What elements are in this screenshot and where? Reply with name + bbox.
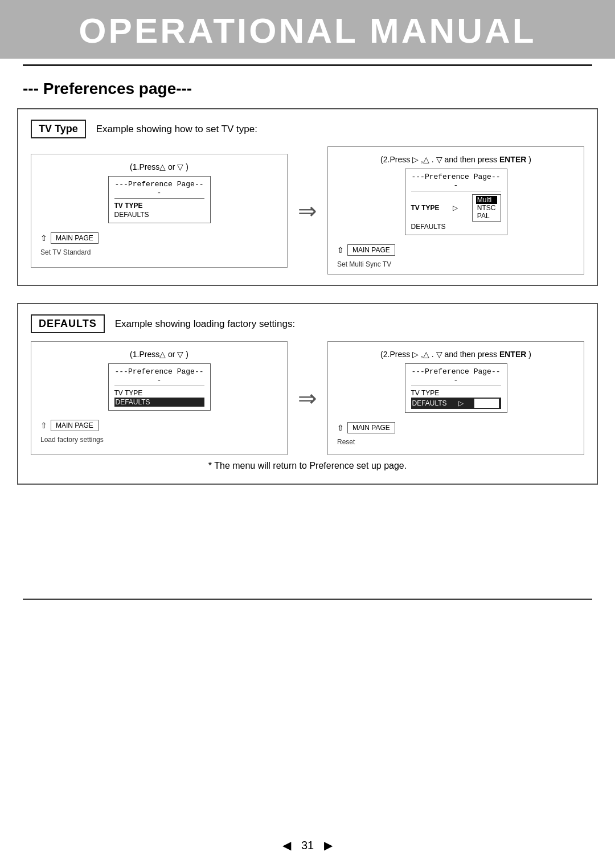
tv-type-left-screen: ---Preference Page--- TV TYPE DEFAULTS [108,176,211,223]
defaults-right-row1: TV TYPE [411,388,501,398]
tv-type-example-cols: (1.Press△ or ▽ ) ---Preference Page--- T… [31,146,584,275]
defaults-right-press-label: (2.Press ▷ ,△ . ▽ and then press ENTER ) [337,350,575,359]
defaults-right-screen: ---Preference Page--- TV TYPE DEFAULTS ▷… [405,363,507,413]
page-divider [23,599,592,600]
defaults-label-box: DEFAULTS [31,314,105,333]
defaults-left-screen-title: ---Preference Page--- [114,367,204,386]
tv-type-right-caption: Set Multi Sync TV [337,260,575,268]
header: OPERATIONAL MANUAL [0,0,615,59]
defaults-desc: Example showing loading factory settings… [115,318,296,330]
section-heading: --- Preferences page--- [23,80,592,98]
defaults-reset-box: Reset [474,398,499,408]
tv-type-menu-options: Multi NTSC PAL [472,194,501,222]
defaults-footnote: * The menu will return to Preference set… [31,461,584,471]
tv-type-right-row1: TV TYPE ▷ Multi NTSC PAL [411,194,501,222]
tv-type-left-row2: DEFAULTS [114,210,204,219]
tv-type-right-row2: DEFAULTS [411,222,501,231]
defaults-left-press-label: (1.Press△ or ▽ ) [40,350,278,359]
menu-opt-pal: PAL [476,212,497,220]
defaults-right-mainpage-row: ⇧ MAIN PAGE [337,422,575,433]
tv-type-right-press-label: (2.Press ▷ ,△ . ▽ and then press ENTER ) [337,155,575,164]
home-icon-defaults-right: ⇧ [337,423,344,432]
menu-opt-multi: Multi [476,196,497,204]
page-title: OPERATIONAL MANUAL [0,10,615,51]
tv-type-left-col: (1.Press△ or ▽ ) ---Preference Page--- T… [31,154,288,268]
tv-type-left-row1: TV TYPE [114,201,204,210]
tv-type-right-col: (2.Press ▷ ,△ . ▽ and then press ENTER )… [327,146,584,275]
tv-type-arrow-col: ⇒ [288,198,327,224]
defaults-right-row2-selected: DEFAULTS ▷ Reset [411,398,501,409]
tv-type-left-screen-wrapper: ---Preference Page--- TV TYPE DEFAULTS [40,176,278,228]
defaults-left-mainpage-box: MAIN PAGE [51,420,99,431]
home-icon-defaults-left: ⇧ [40,421,47,430]
menu-opt-ntsc: NTSC [476,204,497,212]
tv-type-arrow-icon: ⇒ [298,198,317,224]
tv-type-left-screen-title: ---Preference Page--- [114,180,204,199]
defaults-right-screen-title: ---Preference Page--- [411,367,501,386]
tv-type-right-screen: ---Preference Page--- TV TYPE ▷ Multi NT… [405,169,507,235]
defaults-left-row2-selected: DEFAULTS [114,398,204,407]
defaults-left-screen: ---Preference Page--- TV TYPE DEFAULTS [108,363,211,411]
tv-type-desc: Example showing how to set TV type: [96,124,257,135]
tv-type-section-box: TV Type Example showing how to set TV ty… [17,108,598,286]
prev-page-icon[interactable]: ◀ [282,838,291,852]
home-icon-left: ⇧ [40,234,47,243]
defaults-left-row1: TV TYPE [114,388,204,398]
tv-type-right-screen-wrapper: ---Preference Page--- TV TYPE ▷ Multi NT… [337,169,575,240]
defaults-right-mainpage-box: MAIN PAGE [347,422,395,433]
tv-type-right-mainpage-box: MAIN PAGE [347,244,395,256]
tv-type-left-mainpage-row: ⇧ MAIN PAGE [40,232,278,244]
tv-type-left-press-label: (1.Press△ or ▽ ) [40,162,278,171]
next-page-icon[interactable]: ▶ [324,838,333,852]
tv-type-left-caption: Set TV Standard [40,248,278,256]
home-icon-right: ⇧ [337,245,344,255]
defaults-arrow-icon: ⇒ [298,385,317,411]
tv-type-label-row: TV Type Example showing how to set TV ty… [31,120,584,138]
defaults-label-row: DEFAULTS Example showing loading factory… [31,314,584,333]
defaults-left-col: (1.Press△ or ▽ ) ---Preference Page--- T… [31,341,288,455]
defaults-right-col: (2.Press ▷ ,△ . ▽ and then press ENTER )… [327,341,584,455]
defaults-left-caption: Load factory settings [40,436,278,444]
header-divider [23,64,592,66]
defaults-right-caption: Reset [337,438,575,446]
defaults-example-cols: (1.Press△ or ▽ ) ---Preference Page--- T… [31,341,584,455]
arrow-defaults-submenu-icon: ▷ [458,399,464,407]
arrow-submenu-icon: ▷ [453,204,458,212]
page-number: 31 [301,839,314,852]
defaults-left-mainpage-row: ⇧ MAIN PAGE [40,420,278,431]
page-number-row: ◀ 31 ▶ [0,838,615,852]
defaults-arrow-col: ⇒ [288,385,327,411]
tv-type-right-mainpage-row: ⇧ MAIN PAGE [337,244,575,256]
defaults-left-screen-wrapper: ---Preference Page--- TV TYPE DEFAULTS [40,363,278,415]
defaults-section-box: DEFAULTS Example showing loading factory… [17,303,598,485]
defaults-right-screen-wrapper: ---Preference Page--- TV TYPE DEFAULTS ▷… [337,363,575,417]
tv-type-right-screen-title: ---Preference Page--- [411,173,501,191]
tv-type-label: TV Type [31,120,86,138]
tv-type-left-mainpage-box: MAIN PAGE [51,232,99,244]
